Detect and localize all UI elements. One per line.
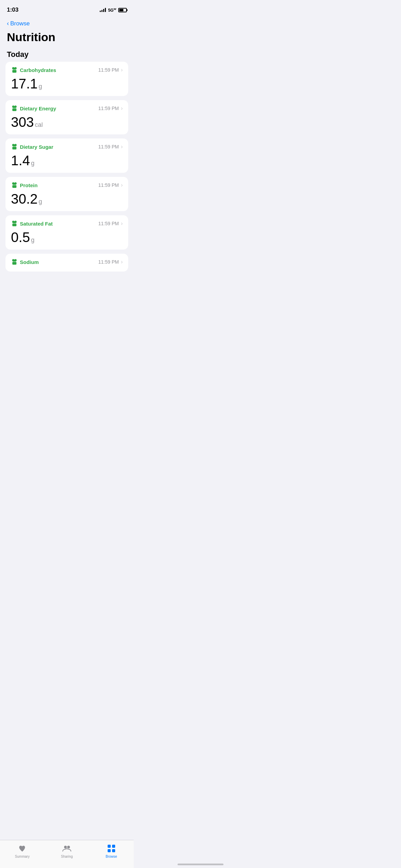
- card-chevron-carbohydrates: ›: [121, 67, 123, 73]
- card-value-row-dietary-energy: 303 cal: [11, 115, 123, 129]
- card-time-carbohydrates: 11:59 PM: [98, 67, 119, 73]
- svg-rect-5: [12, 262, 16, 265]
- card-value-number-dietary-sugar: 1.4: [11, 154, 30, 167]
- card-value-row-saturated-fat: 0.5 g: [11, 230, 123, 244]
- apple-health-icon-dietary-energy: [11, 105, 18, 112]
- card-chevron-protein: ›: [121, 182, 123, 188]
- nutrition-card-dietary-energy[interactable]: Dietary Energy 11:59 PM › 303 cal: [5, 100, 128, 134]
- card-header-carbohydrates: Carbohydrates 11:59 PM ›: [11, 67, 123, 73]
- card-value-row-protein: 30.2 g: [11, 192, 123, 206]
- card-title-group-saturated-fat: Saturated Fat: [11, 220, 53, 227]
- back-chevron-icon: ‹: [7, 20, 9, 27]
- apple-health-icon-saturated-fat: [11, 220, 18, 227]
- card-time-protein: 11:59 PM: [98, 182, 119, 188]
- card-value-number-saturated-fat: 0.5: [11, 230, 30, 244]
- status-bar: 1:03 5GW: [0, 0, 134, 17]
- card-title-dietary-sugar: Dietary Sugar: [20, 144, 53, 150]
- section-header: Today: [0, 47, 134, 62]
- card-chevron-dietary-energy: ›: [121, 105, 123, 111]
- card-time-group-sodium: 11:59 PM ›: [98, 259, 123, 265]
- nutrition-card-carbohydrates[interactable]: Carbohydrates 11:59 PM › 17.1 g: [5, 62, 128, 96]
- main-content: Today Carbohydrates 11:59 PM: [0, 47, 134, 306]
- card-value-unit-dietary-energy: cal: [35, 121, 43, 129]
- svg-rect-3: [12, 185, 16, 188]
- card-time-group-carbohydrates: 11:59 PM ›: [98, 67, 123, 73]
- card-title-protein: Protein: [20, 182, 38, 188]
- card-header-dietary-energy: Dietary Energy 11:59 PM ›: [11, 105, 123, 112]
- card-time-group-dietary-energy: 11:59 PM ›: [98, 105, 123, 111]
- card-value-unit-protein: g: [39, 198, 42, 205]
- nutrition-card-saturated-fat[interactable]: Saturated Fat 11:59 PM › 0.5 g: [5, 215, 128, 250]
- card-title-carbohydrates: Carbohydrates: [20, 67, 56, 73]
- nutrition-card-sodium[interactable]: Sodium 11:59 PM ›: [5, 254, 128, 272]
- card-title-sodium: Sodium: [20, 259, 39, 265]
- status-icons: 5GW: [100, 8, 127, 13]
- apple-health-icon-protein: [11, 182, 18, 189]
- card-chevron-saturated-fat: ›: [121, 220, 123, 227]
- apple-health-icon-sodium: [11, 258, 18, 265]
- card-time-dietary-sugar: 11:59 PM: [98, 144, 119, 149]
- card-chevron-sodium: ›: [121, 259, 123, 265]
- svg-rect-4: [12, 224, 16, 226]
- apple-health-icon-dietary-sugar: [11, 143, 18, 150]
- nutrition-card-protein[interactable]: Protein 11:59 PM › 30.2 g: [5, 177, 128, 211]
- svg-rect-2: [12, 147, 16, 149]
- card-header-dietary-sugar: Dietary Sugar 11:59 PM ›: [11, 143, 123, 150]
- page-title: Nutrition: [0, 28, 134, 47]
- card-title-group-dietary-energy: Dietary Energy: [11, 105, 56, 112]
- card-time-group-dietary-sugar: 11:59 PM ›: [98, 144, 123, 150]
- card-time-dietary-energy: 11:59 PM: [98, 106, 119, 111]
- signal-bars-icon: [100, 8, 106, 12]
- card-value-unit-carbohydrates: g: [39, 83, 42, 90]
- card-header-saturated-fat: Saturated Fat 11:59 PM ›: [11, 220, 123, 227]
- card-time-saturated-fat: 11:59 PM: [98, 221, 119, 226]
- card-time-group-saturated-fat: 11:59 PM ›: [98, 220, 123, 227]
- card-value-row-dietary-sugar: 1.4 g: [11, 154, 123, 167]
- nutrition-cards-container: Carbohydrates 11:59 PM › 17.1 g: [0, 62, 134, 272]
- battery-icon: [118, 8, 127, 12]
- card-chevron-dietary-sugar: ›: [121, 144, 123, 150]
- card-value-unit-dietary-sugar: g: [31, 160, 35, 167]
- card-value-unit-saturated-fat: g: [31, 237, 35, 244]
- card-title-group: Carbohydrates: [11, 67, 56, 73]
- card-title-group-dietary-sugar: Dietary Sugar: [11, 143, 53, 150]
- svg-rect-0: [12, 70, 16, 73]
- apple-health-icon: [11, 67, 18, 73]
- card-value-row-carbohydrates: 17.1 g: [11, 77, 123, 91]
- card-title-group-protein: Protein: [11, 182, 38, 189]
- nav-back[interactable]: ‹ Browse: [0, 17, 134, 28]
- back-label: Browse: [10, 20, 30, 27]
- card-title-dietary-energy: Dietary Energy: [20, 106, 56, 111]
- card-header-protein: Protein 11:59 PM ›: [11, 182, 123, 189]
- card-value-number-dietary-energy: 303: [11, 115, 34, 129]
- card-title-group-sodium: Sodium: [11, 258, 39, 265]
- card-title-saturated-fat: Saturated Fat: [20, 221, 53, 227]
- card-time-sodium: 11:59 PM: [98, 259, 119, 265]
- svg-rect-1: [12, 108, 16, 111]
- card-header-sodium: Sodium 11:59 PM ›: [11, 258, 123, 265]
- card-time-group-protein: 11:59 PM ›: [98, 182, 123, 188]
- card-value-number-protein: 30.2: [11, 192, 38, 206]
- status-time: 1:03: [7, 7, 19, 13]
- nutrition-card-dietary-sugar[interactable]: Dietary Sugar 11:59 PM › 1.4 g: [5, 138, 128, 173]
- card-value-number-carbohydrates: 17.1: [11, 77, 38, 91]
- network-label: 5GW: [108, 8, 116, 13]
